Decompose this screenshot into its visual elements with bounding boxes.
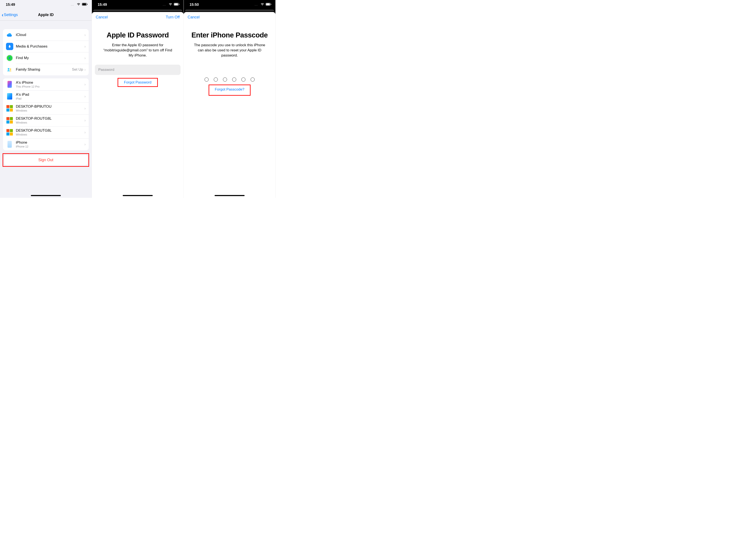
forgot-highlight: Forgot Passcode? — [209, 85, 251, 96]
row-findmy[interactable]: Find My › — [3, 52, 89, 64]
chevron-right-icon: › — [84, 106, 86, 111]
forgot-password-link[interactable]: Forgot Password — [124, 80, 152, 84]
device-row[interactable]: DESKTOP-ROUTG8L Windows › — [3, 114, 89, 126]
chevron-right-icon: › — [84, 130, 86, 135]
screen-settings-appleid: 15:49 .... ‹ Settings Apple ID — [0, 0, 92, 198]
device-sub: Windows — [16, 133, 84, 136]
modal-background-edge — [93, 9, 182, 11]
modal-bar: Cancel Turn Off — [92, 12, 184, 22]
cloud-icon — [6, 31, 13, 39]
cell-dots-icon: .... — [71, 4, 74, 6]
cancel-button[interactable]: Cancel — [188, 15, 200, 19]
svg-rect-8 — [179, 4, 179, 5]
chevron-right-icon: › — [84, 94, 86, 99]
ipad-icon — [6, 93, 13, 100]
forgot-passcode-link[interactable]: Forgot Passcode? — [215, 87, 244, 91]
device-name: DESKTOP-ROUTG8L — [16, 117, 84, 121]
device-row[interactable]: DESKTOP-BP9UTOU Windows › — [3, 102, 89, 114]
chevron-left-icon: ‹ — [2, 12, 3, 18]
page-title: Apple ID — [38, 13, 54, 17]
row-icloud[interactable]: iCloud › — [3, 29, 89, 41]
device-row[interactable]: DESKTOP-ROUTG8L Windows › — [3, 126, 89, 138]
device-row[interactable]: iPhone iPhone 12 › — [3, 138, 89, 150]
devices-group: A's iPhone This iPhone 12 Pro › A's iPad… — [3, 78, 89, 150]
iphone-icon — [6, 81, 13, 88]
svg-rect-11 — [271, 4, 271, 5]
wifi-icon — [77, 3, 81, 7]
cancel-button[interactable]: Cancel — [96, 15, 108, 19]
chevron-right-icon: › — [84, 56, 86, 60]
device-sub: This iPhone 12 Pro — [16, 85, 84, 88]
row-family-sharing[interactable]: Family Sharing Set Up › — [3, 64, 89, 75]
status-right: .... — [163, 3, 180, 7]
battery-icon — [174, 3, 180, 7]
device-row[interactable]: A's iPhone This iPhone 12 Pro › — [3, 78, 89, 90]
signout-highlight: Sign Out — [3, 153, 89, 167]
forgot-highlight: Forgot Password — [118, 78, 158, 87]
svg-point-5 — [10, 69, 11, 70]
cell-dots-icon: .... — [163, 4, 166, 6]
status-time: 15:49 — [6, 3, 15, 7]
wifi-icon — [260, 3, 264, 7]
chevron-right-icon: › — [84, 44, 86, 49]
svg-point-3 — [9, 57, 10, 59]
status-bar: 15:50 .... — [184, 0, 275, 9]
device-name: DESKTOP-ROUTG8L — [16, 129, 84, 133]
row-label: iCloud — [16, 33, 84, 37]
status-time: 15:49 — [98, 3, 107, 7]
modal-bar: Cancel — [184, 12, 275, 22]
row-label: Media & Purchases — [16, 44, 84, 49]
windows-icon — [6, 129, 13, 136]
nav-bar: ‹ Settings Apple ID — [0, 9, 92, 21]
back-button[interactable]: ‹ Settings — [2, 12, 18, 18]
password-placeholder: Password — [98, 68, 114, 72]
passcode-dot — [223, 78, 227, 82]
modal-sheet: Cancel Enter iPhone Passcode The passcod… — [184, 12, 275, 198]
home-indicator[interactable] — [31, 195, 61, 196]
services-group: iCloud › Media & Purchases › Find My › — [3, 29, 89, 75]
device-sub: Windows — [16, 121, 84, 124]
modal-title: Apple ID Password — [92, 31, 184, 39]
signout-button[interactable]: Sign Out — [4, 155, 88, 165]
windows-icon — [6, 117, 13, 124]
device-sub: Windows — [16, 109, 84, 112]
svg-rect-1 — [82, 3, 86, 5]
row-media-purchases[interactable]: Media & Purchases › — [3, 41, 89, 52]
passcode-dot — [251, 78, 255, 82]
passcode-dot — [214, 78, 218, 82]
iphone-icon — [6, 141, 13, 148]
cell-dots-icon: .... — [255, 4, 258, 6]
status-bar: 15:49 .... — [92, 0, 184, 9]
battery-icon — [82, 3, 88, 7]
chevron-right-icon: › — [84, 67, 86, 72]
modal-subtitle: The passcode you use to unlock this iPho… — [184, 43, 275, 58]
appstore-icon — [6, 43, 13, 50]
device-row[interactable]: A's iPad iPad › — [3, 90, 89, 102]
svg-rect-2 — [87, 4, 87, 5]
battery-icon — [266, 3, 272, 7]
back-label: Settings — [4, 13, 18, 17]
modal-sheet: Cancel Turn Off Apple ID Password Enter … — [92, 12, 184, 198]
passcode-dot — [232, 78, 236, 82]
password-input[interactable]: Password — [95, 65, 181, 75]
signout-label: Sign Out — [38, 158, 53, 162]
status-time: 15:50 — [190, 3, 199, 7]
screen-appleid-password: 15:49 .... Cancel Turn Off Apple ID Pass… — [92, 0, 184, 198]
passcode-dots[interactable] — [184, 78, 275, 82]
passcode-dot — [205, 78, 209, 82]
device-name: A's iPad — [16, 93, 84, 97]
svg-rect-7 — [174, 3, 178, 5]
modal-subtitle: Enter the Apple ID password for “mobitri… — [92, 43, 184, 58]
row-aside: Set Up — [72, 67, 83, 72]
home-indicator[interactable] — [123, 195, 153, 196]
chevron-right-icon: › — [84, 142, 86, 147]
windows-icon — [6, 105, 13, 112]
chevron-right-icon: › — [84, 82, 86, 87]
screen-enter-passcode: 15:50 .... Cancel Enter iPhone Passcode … — [184, 0, 276, 198]
home-indicator[interactable] — [215, 195, 245, 196]
modal-title: Enter iPhone Passcode — [184, 31, 275, 39]
svg-rect-10 — [266, 3, 270, 5]
row-label: Family Sharing — [16, 67, 72, 72]
chevron-right-icon: › — [84, 33, 86, 37]
turnoff-button[interactable]: Turn Off — [166, 15, 180, 19]
